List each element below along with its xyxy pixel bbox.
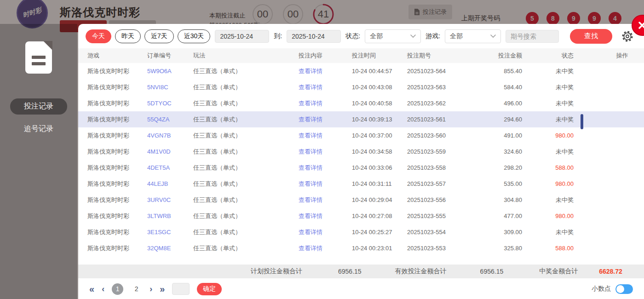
win-total-value: 6628.72 — [599, 268, 622, 275]
status-select-value: 全部 — [370, 32, 383, 40]
cell-game: 斯洛伐克时时彩 — [78, 115, 147, 124]
status-label: 状态: — [345, 32, 360, 40]
cell-play: 任三直选（单式） — [193, 228, 276, 236]
close-icon — [638, 21, 644, 30]
order-link[interactable]: 3LTWRB — [147, 213, 193, 219]
cell-game: 斯洛伐克时时彩 — [78, 180, 147, 188]
table-row: 斯洛伐克时时彩5DTYOC任三直选（单式）查看详情10-24 00:40:582… — [78, 95, 644, 111]
order-link[interactable]: 4DET5A — [147, 164, 193, 171]
view-detail-link[interactable]: 查看详情 — [276, 164, 345, 172]
date-from-input[interactable] — [215, 30, 269, 43]
view-detail-link[interactable]: 查看详情 — [276, 180, 345, 188]
quick-range-button[interactable]: 今天 — [86, 29, 111, 43]
quick-range-button[interactable]: 近30天 — [178, 29, 211, 43]
summary-row: 计划投注金额合计 6956.15 有效投注金额合计 6956.15 中奖金额合计… — [78, 264, 644, 278]
last-page-button[interactable]: » — [160, 284, 165, 293]
cell-game: 斯洛伐克时时彩 — [78, 228, 147, 236]
table-row: 斯洛伐克时时彩4M1V0D任三直选（单式）查看详情10-24 00:34:582… — [78, 144, 644, 160]
modal-sidebar: 投注记录追号记录 — [0, 24, 77, 299]
next-page-button[interactable]: › — [150, 285, 152, 293]
document-icon — [25, 41, 52, 74]
table-row: 斯洛伐克时时彩55Q4ZA任三直选（单式）查看详情10-24 00:39:132… — [78, 111, 644, 127]
cell-time: 10-24 00:37:00 — [345, 132, 402, 139]
column-header: 投注内容 — [276, 52, 345, 60]
view-detail-link[interactable]: 查看详情 — [276, 196, 345, 204]
planned-total-label: 计划投注金额合计 — [251, 267, 302, 276]
cell-play: 任三直选（单式） — [193, 244, 276, 253]
quick-range-button[interactable]: 近7天 — [144, 29, 174, 43]
column-header: 投注时间 — [345, 52, 402, 60]
view-detail-link[interactable]: 查看详情 — [276, 83, 345, 92]
cell-game: 斯洛伐克时时彩 — [78, 83, 147, 92]
order-link[interactable]: 5DTYOC — [147, 100, 193, 107]
view-detail-link[interactable]: 查看详情 — [276, 115, 345, 124]
date-to-input[interactable] — [287, 30, 341, 43]
view-detail-link[interactable]: 查看详情 — [276, 132, 345, 140]
column-header: 投注期号 — [402, 52, 474, 60]
view-detail-link[interactable]: 查看详情 — [276, 244, 345, 253]
settings-gear-icon[interactable] — [621, 30, 633, 42]
cell-amount: 324.60 — [474, 148, 524, 155]
game-select[interactable]: 全部 — [445, 29, 501, 43]
decimal-toggle[interactable] — [615, 284, 633, 294]
cell-play: 任三直选（单式） — [193, 132, 276, 140]
column-header: 投注金额 — [474, 52, 524, 60]
cell-amount: 535.00 — [474, 180, 524, 187]
cell-status: 980.00 — [524, 180, 575, 187]
cell-period: 20251023-559 — [402, 148, 474, 155]
page-button[interactable]: 1 — [112, 283, 123, 295]
cell-amount: 855.40 — [474, 68, 524, 75]
decimal-label: 小数点 — [592, 285, 611, 293]
view-detail-link[interactable]: 查看详情 — [276, 99, 345, 108]
page-button[interactable]: 2 — [131, 285, 142, 293]
order-link[interactable]: 4VGN7B — [147, 132, 193, 139]
cell-period: 20251023-558 — [402, 164, 474, 171]
column-header: 状态 — [524, 52, 575, 60]
prev-page-button[interactable]: ‹ — [102, 285, 104, 293]
cell-time: 10-24 00:44:57 — [345, 68, 402, 75]
sidebar-item[interactable]: 投注记录 — [10, 98, 67, 115]
status-select[interactable]: 全部 — [365, 29, 421, 43]
bet-records-modal: 今天昨天近7天近30天 到: 状态: 全部 游戏: 全部 查找 游戏订单编号玩法… — [78, 24, 644, 299]
table-row: 斯洛伐克时时彩3LTWRB任三直选（单式）查看详情10-24 00:27:082… — [78, 208, 644, 224]
table-row: 斯洛伐克时时彩32QM8E任三直选（单式）查看详情10-24 00:23:012… — [78, 240, 644, 256]
order-link[interactable]: 5NVI8C — [147, 84, 193, 91]
search-button[interactable]: 查找 — [570, 29, 612, 44]
cell-amount: 298.20 — [474, 164, 524, 171]
cell-amount: 496.00 — [474, 100, 524, 107]
first-page-button[interactable]: « — [89, 284, 94, 293]
order-link[interactable]: 5W9O6A — [147, 68, 193, 75]
order-link[interactable]: 44LEJB — [147, 180, 193, 187]
table-row: 斯洛伐克时时彩5NVI8C任三直选（单式）查看详情10-24 00:43:082… — [78, 79, 644, 95]
pagination-bar: « ‹ 12 › » 确定 小数点 — [78, 280, 644, 298]
sidebar-item[interactable]: 追号记录 — [10, 121, 67, 137]
cell-amount: 477.00 — [474, 213, 524, 219]
view-detail-link[interactable]: 查看详情 — [276, 228, 345, 236]
page-jump-input[interactable] — [172, 283, 190, 295]
order-link[interactable]: 32QM8E — [147, 245, 193, 252]
cell-time: 10-24 00:27:08 — [345, 213, 402, 219]
order-link[interactable]: 4M1V0D — [147, 148, 193, 155]
order-link[interactable]: 3URV0C — [147, 196, 193, 203]
cell-play: 任三直选（单式） — [193, 164, 276, 172]
column-header: 操作 — [575, 52, 644, 60]
order-link[interactable]: 55Q4ZA — [147, 116, 193, 123]
decimal-toggle-group: 小数点 — [592, 284, 633, 294]
view-detail-link[interactable]: 查看详情 — [276, 212, 345, 220]
table-header: 游戏订单编号玩法投注内容投注时间投注期号投注金额状态操作 — [78, 48, 644, 63]
order-link[interactable]: 3E1SGC — [147, 229, 193, 236]
cell-game: 斯洛伐克时时彩 — [78, 67, 147, 75]
table-row: 斯洛伐克时时彩4DET5A任三直选（单式）查看详情10-24 00:33:062… — [78, 160, 644, 176]
view-detail-link[interactable]: 查看详情 — [276, 148, 345, 156]
cell-period: 20251023-556 — [402, 196, 474, 203]
period-search-input[interactable] — [506, 30, 559, 43]
view-detail-link[interactable]: 查看详情 — [276, 67, 345, 75]
cell-status: 980.00 — [524, 213, 575, 219]
cell-game: 斯洛伐克时时彩 — [78, 132, 147, 140]
chevron-down-icon — [410, 34, 416, 38]
quick-range-button[interactable]: 昨天 — [115, 29, 141, 43]
cell-play: 任三直选（单式） — [193, 99, 276, 108]
confirm-button[interactable]: 确定 — [197, 283, 222, 295]
scrollbar-thumb[interactable] — [581, 114, 583, 129]
cell-game: 斯洛伐克时时彩 — [78, 148, 147, 156]
